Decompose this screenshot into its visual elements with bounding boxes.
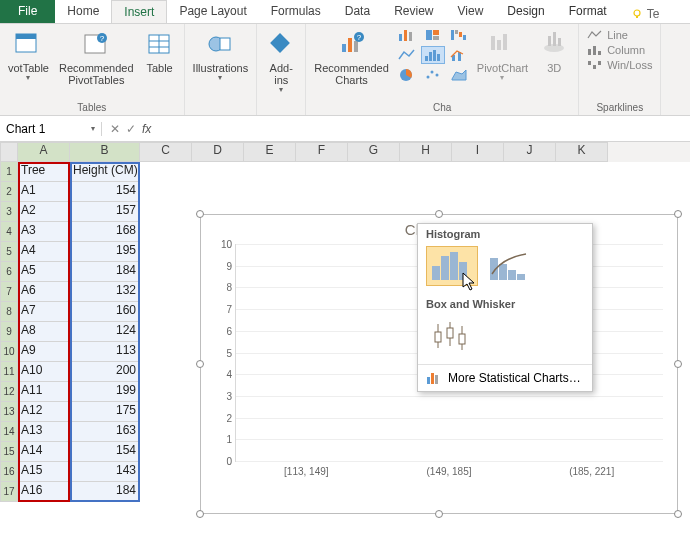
resize-handle[interactable]	[196, 210, 204, 218]
row-header[interactable]: 12	[0, 382, 18, 402]
cell[interactable]: 113	[70, 342, 140, 362]
tell-me[interactable]: Te	[619, 0, 672, 23]
row-header[interactable]: 1	[0, 162, 18, 182]
pie-chart-button[interactable]	[395, 66, 419, 84]
cell[interactable]: A11	[18, 382, 70, 402]
cell[interactable]: 124	[70, 322, 140, 342]
row-header[interactable]: 15	[0, 442, 18, 462]
box-whisker-option[interactable]	[426, 316, 478, 356]
scatter-chart-button[interactable]	[421, 66, 445, 84]
cell[interactable]: A7	[18, 302, 70, 322]
cell[interactable]: 199	[70, 382, 140, 402]
cell[interactable]: Tree	[18, 162, 70, 182]
illustrations-button[interactable]: Illustrations▾	[189, 26, 253, 85]
line-chart-button[interactable]	[395, 46, 419, 64]
cell[interactable]: 200	[70, 362, 140, 382]
cell[interactable]: A8	[18, 322, 70, 342]
cell[interactable]: 163	[70, 422, 140, 442]
name-box[interactable]: Chart 1 ▾	[0, 122, 102, 136]
sparkline-column-button[interactable]: Column	[583, 43, 656, 57]
row-header[interactable]: 8	[0, 302, 18, 322]
resize-handle[interactable]	[196, 510, 204, 518]
recommended-pivottables-button[interactable]: ? Recommended PivotTables	[55, 26, 138, 88]
tab-page-layout[interactable]: Page Layout	[167, 0, 258, 23]
row-header[interactable]: 4	[0, 222, 18, 242]
row-header[interactable]: 17	[0, 482, 18, 502]
cell[interactable]: A1	[18, 182, 70, 202]
cell[interactable]: 132	[70, 282, 140, 302]
tab-file[interactable]: File	[0, 0, 55, 23]
tab-format[interactable]: Format	[557, 0, 619, 23]
row-header[interactable]: 16	[0, 462, 18, 482]
table-button[interactable]: Table	[140, 26, 180, 76]
cell[interactable]: A10	[18, 362, 70, 382]
resize-handle[interactable]	[435, 510, 443, 518]
row-header[interactable]: 2	[0, 182, 18, 202]
tab-review[interactable]: Review	[382, 0, 445, 23]
hierarchy-chart-button[interactable]	[421, 26, 445, 44]
pivotchart-button[interactable]: PivotChart▾	[473, 26, 532, 85]
col-header-A[interactable]: A	[18, 142, 70, 162]
enter-icon[interactable]: ✓	[126, 122, 136, 136]
cell[interactable]: A14	[18, 442, 70, 462]
cell[interactable]: A2	[18, 202, 70, 222]
tab-data[interactable]: Data	[333, 0, 382, 23]
column-chart-button[interactable]	[395, 26, 419, 44]
cell[interactable]: 160	[70, 302, 140, 322]
addins-button[interactable]: Add- ins▾	[261, 26, 301, 97]
statistical-chart-button[interactable]	[421, 46, 445, 64]
row-header[interactable]: 10	[0, 342, 18, 362]
combo-chart-button[interactable]	[447, 46, 471, 64]
cell[interactable]: 184	[70, 262, 140, 282]
row-header[interactable]: 13	[0, 402, 18, 422]
col-header-E[interactable]: E	[244, 142, 296, 162]
row-header[interactable]: 11	[0, 362, 18, 382]
cell[interactable]: 168	[70, 222, 140, 242]
cell[interactable]: 195	[70, 242, 140, 262]
cell[interactable]: A9	[18, 342, 70, 362]
cell[interactable]: A6	[18, 282, 70, 302]
resize-handle[interactable]	[674, 510, 682, 518]
col-header-H[interactable]: H	[400, 142, 452, 162]
cell[interactable]: 184	[70, 482, 140, 502]
row-header[interactable]: 5	[0, 242, 18, 262]
cell[interactable]: Height (CM)	[70, 162, 140, 182]
row-header[interactable]: 9	[0, 322, 18, 342]
cell[interactable]: A15	[18, 462, 70, 482]
cell[interactable]: A13	[18, 422, 70, 442]
col-header-F[interactable]: F	[296, 142, 348, 162]
resize-handle[interactable]	[435, 210, 443, 218]
tab-home[interactable]: Home	[55, 0, 111, 23]
fx-icon[interactable]: fx	[142, 122, 151, 136]
col-header-G[interactable]: G	[348, 142, 400, 162]
tab-insert[interactable]: Insert	[111, 0, 167, 23]
cell[interactable]: A16	[18, 482, 70, 502]
col-header-I[interactable]: I	[452, 142, 504, 162]
more-statistical-charts[interactable]: More Statistical Charts…	[418, 364, 592, 391]
tab-view[interactable]: View	[446, 0, 496, 23]
row-header[interactable]: 7	[0, 282, 18, 302]
surface-chart-button[interactable]	[447, 66, 471, 84]
col-header-D[interactable]: D	[192, 142, 244, 162]
cell[interactable]: 154	[70, 442, 140, 462]
resize-handle[interactable]	[674, 360, 682, 368]
row-header[interactable]: 6	[0, 262, 18, 282]
col-header-J[interactable]: J	[504, 142, 556, 162]
cell[interactable]: 175	[70, 402, 140, 422]
resize-handle[interactable]	[674, 210, 682, 218]
col-header-K[interactable]: K	[556, 142, 608, 162]
row-header[interactable]: 3	[0, 202, 18, 222]
waterfall-chart-button[interactable]	[447, 26, 471, 44]
cell[interactable]: 157	[70, 202, 140, 222]
3d-map-button[interactable]: 3D	[534, 26, 574, 76]
cell[interactable]: A12	[18, 402, 70, 422]
cell[interactable]: 154	[70, 182, 140, 202]
row-header[interactable]: 14	[0, 422, 18, 442]
cell[interactable]: A5	[18, 262, 70, 282]
pivottable-button[interactable]: votTable▾	[4, 26, 53, 85]
tab-design[interactable]: Design	[495, 0, 556, 23]
pareto-option[interactable]	[484, 246, 536, 286]
col-header-B[interactable]: B	[70, 142, 140, 162]
cell[interactable]: A4	[18, 242, 70, 262]
sparkline-line-button[interactable]: Line	[583, 28, 656, 42]
